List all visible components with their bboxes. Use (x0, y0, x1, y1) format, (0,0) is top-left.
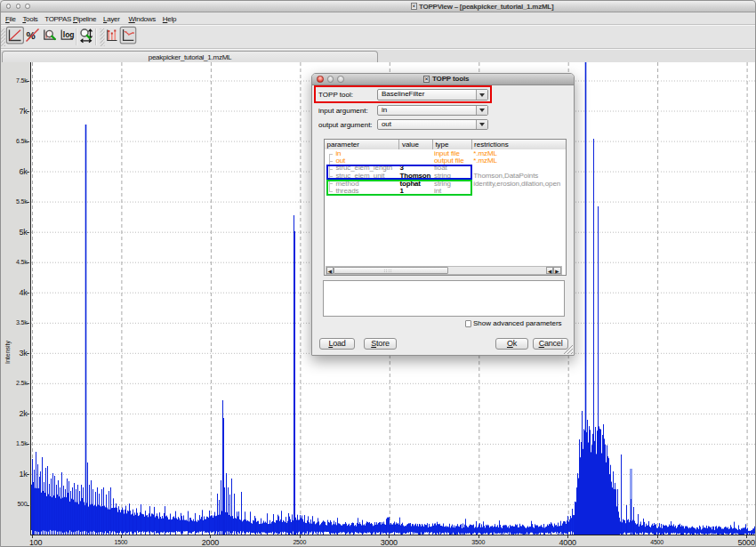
svg-text:log: log (63, 30, 75, 39)
svg-text:%: % (27, 30, 36, 41)
